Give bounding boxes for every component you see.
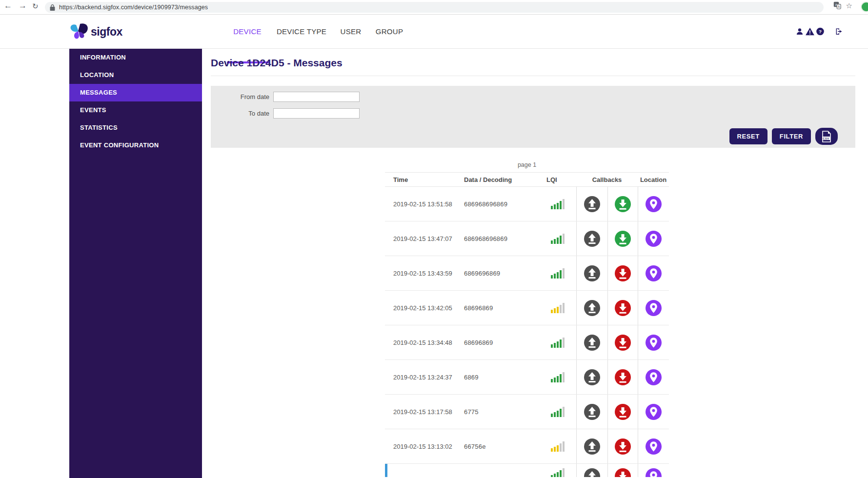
sigfox-logo[interactable]: sigfox — [68, 22, 122, 41]
message-time: 2019-02-15 13:43:59 — [385, 270, 462, 277]
downlink-callback-icon[interactable] — [607, 429, 638, 463]
uplink-callback-icon[interactable] — [576, 464, 607, 477]
logout-icon[interactable] — [835, 27, 844, 38]
lqi-cell — [539, 464, 576, 477]
location-pin-icon[interactable] — [638, 221, 669, 256]
translate-icon[interactable]: aA — [833, 1, 841, 11]
uplink-callback-icon[interactable] — [576, 256, 607, 290]
butterfly-logo-icon — [68, 22, 89, 41]
page-title: Device 1D24D5 - Messages — [211, 57, 855, 69]
lqi-cell — [539, 234, 576, 244]
csv-file-icon: CSV — [822, 131, 831, 142]
lqi-signal-bars — [551, 407, 565, 417]
filter-panel: From date To date RESET FILTER CSV — [211, 86, 855, 148]
sidebar-item-information[interactable]: INFORMATION — [69, 49, 202, 66]
sidebar-item-messages[interactable]: MESSAGES — [69, 84, 202, 101]
location-pin-icon[interactable] — [638, 360, 669, 394]
message-data: 6775 — [462, 408, 539, 416]
back-icon[interactable]: ← — [4, 1, 12, 11]
location-pin-icon[interactable] — [638, 464, 669, 477]
tab-user[interactable]: USER — [341, 15, 362, 49]
uplink-callback-icon[interactable] — [576, 360, 607, 394]
message-time: 2019-02-15 13:24:37 — [385, 374, 462, 381]
tab-group[interactable]: GROUP — [376, 15, 404, 49]
app-header: sigfox DEVICEDEVICE TYPEUSERGROUP ? — [0, 15, 868, 49]
message-time — [387, 464, 462, 468]
message-data: 6869696869 — [462, 270, 539, 277]
col-header-data: Data / Decoding — [462, 176, 539, 183]
message-data: 66756e — [462, 443, 539, 450]
table-header-row: Time Data / Decoding LQI Callbacks Locat… — [385, 172, 669, 187]
lqi-signal-bars — [551, 338, 565, 348]
table-row: 2019-02-15 13:17:586775 — [385, 395, 669, 429]
uplink-callback-icon[interactable] — [576, 429, 607, 463]
downlink-callback-icon[interactable] — [607, 360, 638, 394]
reset-button[interactable]: RESET — [729, 128, 767, 144]
svg-text:CSV: CSV — [823, 137, 829, 139]
downlink-callback-icon[interactable] — [607, 187, 638, 221]
title-divider — [211, 76, 855, 76]
message-data: 686968696869 — [462, 200, 539, 208]
svg-text:A: A — [838, 5, 840, 8]
sidebar-item-event-configuration[interactable]: EVENT CONFIGURATION — [69, 137, 202, 154]
bookmark-star-icon[interactable]: ☆ — [846, 1, 852, 10]
sidebar-item-events[interactable]: EVENTS — [69, 101, 202, 119]
to-date-label: To date — [211, 110, 273, 117]
message-data: 6869 — [462, 374, 539, 381]
location-pin-icon[interactable] — [638, 325, 669, 359]
from-date-input[interactable] — [273, 92, 360, 102]
downlink-callback-icon[interactable] — [607, 256, 638, 290]
tab-device-type[interactable]: DEVICE TYPE — [277, 15, 326, 49]
location-pin-icon[interactable] — [638, 291, 669, 325]
lqi-cell — [539, 199, 576, 209]
lqi-cell — [539, 372, 576, 382]
message-time: 2019-02-15 13:34:48 — [385, 339, 462, 346]
downlink-callback-icon[interactable] — [607, 291, 638, 325]
uplink-callback-icon[interactable] — [576, 187, 607, 221]
uplink-callback-icon[interactable] — [576, 325, 607, 359]
lqi-cell — [539, 303, 576, 313]
forward-icon[interactable]: → — [19, 1, 27, 11]
location-pin-icon[interactable] — [638, 187, 669, 221]
downlink-callback-icon[interactable] — [607, 325, 638, 359]
location-pin-icon[interactable] — [638, 256, 669, 290]
table-row: 2019-02-15 13:51:58686968696869 — [385, 187, 669, 221]
message-time: 2019-02-15 13:47:07 — [385, 235, 462, 242]
help-icon[interactable]: ? — [816, 27, 825, 38]
uplink-callback-icon[interactable] — [576, 291, 607, 325]
filter-button[interactable]: FILTER — [772, 128, 811, 144]
sidebar-item-location[interactable]: LOCATION — [69, 66, 202, 84]
tab-device[interactable]: DEVICE — [233, 15, 262, 49]
profile-avatar[interactable] — [861, 1, 868, 12]
lqi-signal-bars — [551, 234, 565, 244]
message-data: 686968696869 — [462, 235, 539, 242]
col-header-location: Location — [638, 176, 669, 183]
uplink-callback-icon[interactable] — [576, 221, 607, 256]
sidebar-item-statistics[interactable]: STATISTICS — [69, 119, 202, 137]
to-date-input[interactable] — [273, 108, 360, 119]
message-data: 68696869 — [462, 304, 539, 312]
downlink-callback-icon[interactable] — [607, 395, 638, 429]
address-bar[interactable]: https://backend.sigfox.com/device/190997… — [45, 2, 824, 13]
csv-export-button[interactable]: CSV — [815, 128, 838, 145]
browser-toolbar: ← → ↻ https://backend.sigfox.com/device/… — [0, 0, 868, 15]
uplink-callback-icon[interactable] — [576, 395, 607, 429]
messages-table: Time Data / Decoding LQI Callbacks Locat… — [385, 172, 669, 477]
location-pin-icon[interactable] — [638, 395, 669, 429]
downlink-callback-icon[interactable] — [607, 464, 638, 477]
lqi-cell — [539, 338, 576, 348]
lock-icon — [50, 4, 55, 11]
sidebar: INFORMATIONLOCATIONMESSAGESEVENTSSTATIST… — [69, 49, 202, 478]
brand-name: sigfox — [91, 25, 122, 39]
downlink-callback-icon[interactable] — [607, 221, 638, 256]
location-pin-icon[interactable] — [638, 429, 669, 463]
lqi-signal-bars — [551, 199, 565, 209]
from-date-label: From date — [211, 93, 273, 100]
warning-icon[interactable] — [806, 27, 815, 38]
lqi-cell — [539, 268, 576, 279]
lqi-signal-bars — [551, 441, 565, 452]
table-row: 2019-02-15 13:13:0266756e — [385, 429, 669, 464]
reload-icon[interactable]: ↻ — [32, 2, 39, 11]
pagination-label: page 1 — [385, 161, 669, 168]
user-icon[interactable] — [796, 27, 804, 38]
